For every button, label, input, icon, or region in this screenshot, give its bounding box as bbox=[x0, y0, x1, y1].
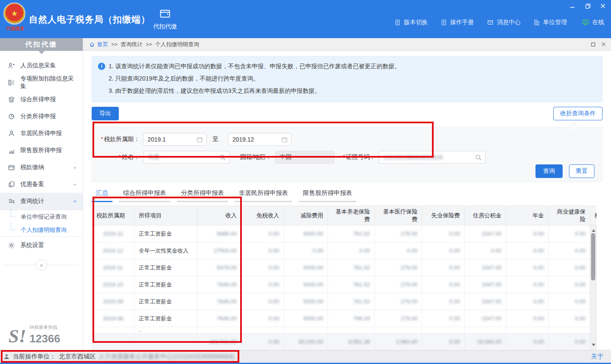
calendar-icon[interactable] bbox=[281, 136, 288, 143]
scroll-down-arrow[interactable] bbox=[592, 344, 595, 348]
sidebar-subitem-unit-declare-records[interactable]: 单位申报记录查询 bbox=[0, 210, 83, 223]
period-to-input[interactable]: 2019.12 bbox=[228, 133, 291, 146]
table-cell: 279.00 bbox=[375, 293, 422, 310]
restore-button[interactable] bbox=[582, 2, 593, 10]
scroll-up-arrow[interactable] bbox=[592, 228, 595, 232]
search-icon[interactable] bbox=[475, 154, 482, 161]
panel-close-icon[interactable] bbox=[601, 42, 606, 47]
period-from-input[interactable]: 2019.1 bbox=[143, 133, 207, 146]
column-header: 税 bbox=[590, 206, 597, 225]
table-cell: 161,741.00 bbox=[197, 333, 241, 350]
reset-button[interactable]: 重置 bbox=[569, 164, 594, 178]
table-cell: 正常工资薪金 bbox=[135, 310, 197, 327]
table-row[interactable]: 2019-12正常工资薪金9985.000.005000.00761.52279… bbox=[92, 225, 597, 242]
sidebar-item-preferential-filing[interactable]: 优惠备案 bbox=[0, 176, 83, 193]
sidebar-item-tax-payment[interactable]: 税款缴纳 bbox=[0, 159, 83, 176]
table-body: 2019-12正常工资薪金9985.000.005000.00761.52279… bbox=[92, 225, 597, 350]
online-label: 在线 bbox=[592, 19, 604, 26]
close-button[interactable] bbox=[597, 2, 608, 10]
sidebar-title-caret bbox=[39, 51, 45, 57]
table-cell: 5000.00 bbox=[284, 225, 328, 242]
table-cell: 0.00 bbox=[506, 259, 549, 276]
breadcrumb-item-query-statistics[interactable]: 查询统计 bbox=[121, 41, 143, 48]
table-cell: 0.00 bbox=[422, 293, 465, 310]
hotline-block: S! 纳税服务热线 12366 bbox=[8, 324, 60, 344]
breadcrumb-home[interactable]: 首页 bbox=[89, 41, 108, 48]
table-cell: 7645.00 bbox=[197, 276, 241, 293]
sidebar: 代扣代缴 人员信息采集 专项附加扣除信息采集 综合所得申报 分类所得申报 非居民… bbox=[0, 38, 83, 350]
search-button[interactable]: 查询 bbox=[535, 164, 563, 178]
breadcrumb-item-personal-withholding-detail: 个人扣缴明细查询 bbox=[155, 41, 199, 48]
breadcrumb: 首页 >> 查询统计 >> 个人扣缴明细查询 bbox=[83, 38, 611, 51]
table-cell: 798.24 bbox=[328, 310, 375, 327]
table-cell: 9376.00 bbox=[197, 259, 241, 276]
collapse-query-conditions-button[interactable]: 收折查询条件 bbox=[553, 107, 603, 120]
current-unit-visible: 北京市西城区 bbox=[59, 353, 96, 361]
table-cell: 0.00 bbox=[422, 310, 465, 327]
tab-restricted-stock[interactable]: 限售股所得申报表 bbox=[299, 189, 356, 202]
notice-line-3: 3. 由于数据处理的滞后性，建议您在申报成功3天之后再来查询最新的申报数据。 bbox=[109, 85, 320, 97]
search-list-icon bbox=[8, 197, 15, 205]
vertical-scrollbar[interactable] bbox=[590, 225, 597, 350]
vertical-scroll-thumb[interactable] bbox=[591, 233, 595, 281]
form-list-icon bbox=[8, 79, 15, 86]
sidebar-item-query-statistics[interactable]: 查询统计 bbox=[0, 193, 83, 210]
tab-nonresident-income[interactable]: 非居民所得申报表 bbox=[235, 189, 292, 202]
menu-item-version-switch[interactable]: 版本切换 bbox=[394, 19, 428, 26]
tab-comprehensive-income[interactable]: 综合所得申报表 bbox=[119, 189, 171, 202]
table-cell: 0.00 bbox=[241, 333, 284, 350]
tab-summary[interactable]: 汇总 bbox=[92, 189, 112, 202]
nationality-input: 中国 bbox=[275, 151, 334, 164]
about-link[interactable]: 关于 bbox=[591, 353, 603, 361]
table-cell: .. bbox=[135, 327, 197, 333]
name-input[interactable]: 马某 bbox=[143, 151, 230, 164]
calendar-icon[interactable] bbox=[196, 136, 203, 143]
sidebar-item-comprehensive-income[interactable]: 综合所得申报 bbox=[0, 91, 83, 108]
table-cell: 0.00 bbox=[549, 242, 590, 259]
tab-classified-income[interactable]: 分类所得申报表 bbox=[177, 189, 229, 202]
table-row[interactable]: 2019-10正常工资薪金7645.000.005000.00761.52279… bbox=[92, 276, 597, 293]
table-cell: 2,960.40 bbox=[375, 333, 422, 350]
table-row[interactable]: 2019-11正常工资薪金9376.000.005000.00761.52279… bbox=[92, 259, 597, 276]
export-button[interactable]: 导出 bbox=[92, 107, 119, 120]
table-total-row[interactable]: ----161,741.000.0060,000.008,991.362,960… bbox=[92, 333, 597, 350]
id-number-input[interactable]: 110105198304222816 bbox=[379, 151, 486, 164]
bar-chart-icon bbox=[8, 147, 15, 154]
id-number-label: *证照号码： bbox=[343, 153, 376, 161]
main-content: 首页 >> 查询统计 >> 个人扣缴明细查询 i1. 该查询统计表仅能查询已申报… bbox=[83, 38, 611, 350]
sidebar-collapse-button[interactable]: « bbox=[36, 259, 47, 271]
table-cell bbox=[465, 327, 506, 333]
column-header: 免税收入 bbox=[241, 206, 284, 225]
sidebar-item-personnel-info[interactable]: 人员信息采集 bbox=[0, 57, 83, 74]
menu-item-unit-management[interactable]: 单位管理 bbox=[533, 19, 567, 26]
column-header: 住房公积金 bbox=[465, 206, 506, 225]
table-row[interactable]: 2019-08正常工资薪金7645.000.005000.00798.24279… bbox=[92, 310, 597, 327]
table-cell: 正常工资薪金 bbox=[135, 225, 197, 242]
sidebar-collapse-row: « bbox=[0, 259, 83, 272]
table-cell: 0.00 bbox=[506, 242, 549, 259]
menu-item-message-center[interactable]: 消息中心 bbox=[487, 19, 521, 26]
table-row[interactable]: 2019-12全年一次性奖金收入27500.000.000.000.000.00… bbox=[92, 242, 597, 259]
sidebar-item-restricted-stock[interactable]: 限售股所得申报 bbox=[0, 142, 83, 159]
sidebar-item-classified-income[interactable]: 分类所得申报 bbox=[0, 108, 83, 125]
sidebar-item-nonresident-income[interactable]: 非居民所得申报 bbox=[0, 125, 83, 142]
table-cell: 1547.00 bbox=[465, 276, 506, 293]
building-icon bbox=[533, 19, 540, 26]
column-header: 年金 bbox=[506, 206, 549, 225]
table-cell bbox=[92, 327, 135, 333]
sidebar-item-system-settings[interactable]: 系统设置 bbox=[0, 237, 83, 254]
table-cell: 0.00 bbox=[284, 242, 328, 259]
sidebar-item-special-deduction[interactable]: 专项附加扣除信息采集 bbox=[0, 74, 83, 91]
document-icon bbox=[394, 19, 401, 26]
table-row[interactable]: 2019-09正常工资薪金7645.000.005000.00761.52279… bbox=[92, 293, 597, 310]
panel-maximize-icon[interactable] bbox=[591, 42, 595, 47]
table-row[interactable]: .. bbox=[92, 327, 597, 333]
minimize-button[interactable] bbox=[567, 2, 578, 10]
table-cell: 0.00 bbox=[422, 333, 465, 350]
table-cell: 正常工资薪金 bbox=[135, 293, 197, 310]
sidebar-subitem-personal-withholding-detail[interactable]: 个人扣缴明细查询 bbox=[0, 223, 83, 236]
table-header-row: 税款所属期 所得项目 收入 免税收入 减除费用 基本养老保险费 基本医疗保险费 … bbox=[92, 206, 597, 225]
search-icon[interactable] bbox=[219, 154, 226, 161]
nav-tab-withholding[interactable]: 代扣代缴 bbox=[147, 7, 183, 31]
menu-item-manual[interactable]: 操作手册 bbox=[440, 19, 474, 26]
